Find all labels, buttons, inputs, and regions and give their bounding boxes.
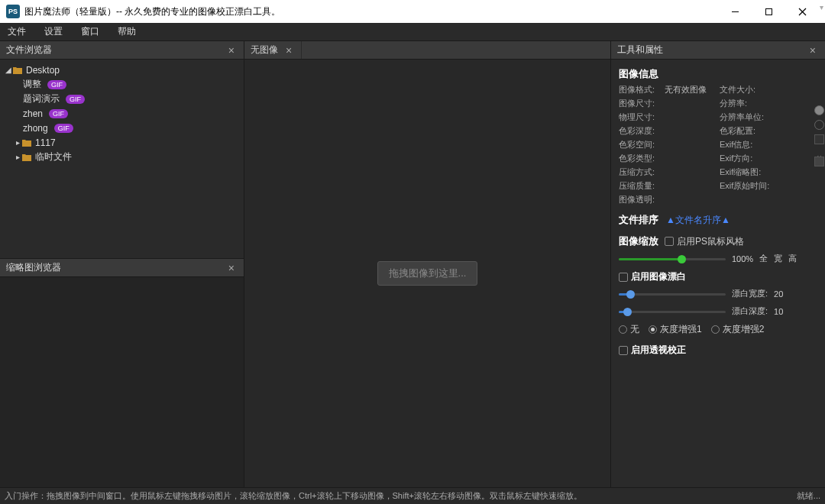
file-browser-close-icon[interactable]: × — [225, 44, 238, 57]
file-browser-header: 文件浏览器 × — [0, 41, 244, 60]
tree-folder-item[interactable]: ▸临时文件 — [0, 150, 244, 164]
folder-icon — [21, 138, 32, 147]
zoom-slider[interactable] — [619, 254, 726, 263]
radio-gray2[interactable]: 灰度增强2 — [711, 323, 765, 336]
thumb-browser-body — [0, 277, 244, 487]
thumb-browser-close-icon[interactable]: × — [225, 262, 238, 274]
chevron-right-icon[interactable]: ▸ — [14, 153, 21, 161]
tree-item[interactable]: 题词演示GIF — [0, 92, 244, 106]
menu-file[interactable]: 文件 — [8, 25, 26, 38]
checkbox-icon — [619, 346, 628, 355]
zoom-fit-width[interactable]: 宽 — [774, 253, 782, 264]
status-ready: 就绪... — [797, 490, 820, 502]
edge-square[interactable] — [814, 134, 824, 144]
tab-close-icon[interactable]: × — [283, 44, 295, 57]
minimize-button[interactable] — [718, 0, 752, 23]
tools-close-icon[interactable]: × — [807, 44, 819, 57]
file-browser-title: 文件浏览器 — [6, 44, 225, 57]
menu-settings[interactable]: 设置 — [44, 25, 63, 38]
tree-item[interactable]: 调整GIF — [0, 77, 244, 92]
tab-label: 无图像 — [251, 44, 278, 57]
checkbox-icon — [665, 237, 674, 246]
canvas-area[interactable]: 拖拽图像到这里... — [244, 60, 610, 487]
tools-title: 工具和属性 — [617, 44, 807, 57]
titlebar: PS 图片魔法师（轻量版）-- 永久免费的专业的图像校正漂白工具。 — [0, 0, 825, 23]
window-title: 图片魔法师（轻量版）-- 永久免费的专业的图像校正漂白工具。 — [24, 5, 280, 18]
radio-none[interactable]: 无 — [619, 323, 639, 336]
zoom-fit-all[interactable]: 全 — [759, 253, 768, 264]
app-icon: PS — [6, 5, 20, 18]
bleach-width-slider[interactable] — [619, 289, 726, 299]
gif-badge: GIF — [49, 109, 68, 118]
chevron-down-icon[interactable]: ◢ — [5, 66, 12, 74]
menu-help[interactable]: 帮助 — [118, 25, 136, 38]
bleach-checkbox[interactable]: 启用图像漂白 — [619, 270, 825, 283]
zoom-title: 图像缩放 — [619, 234, 658, 248]
thumb-browser-title: 缩略图浏览器 — [6, 261, 225, 274]
tree-root-label: Desktop — [26, 65, 60, 76]
right-edge-toggles: 校英 — [813, 105, 825, 166]
gif-badge: GIF — [54, 124, 73, 133]
thumb-browser-header: 缩略图浏览器 × — [0, 259, 244, 277]
ps-mouse-checkbox[interactable]: 启用PS鼠标风格 — [665, 235, 744, 248]
file-tree[interactable]: ◢ Desktop 调整GIF 题词演示GIF zhenGIF zhongGIF… — [0, 60, 244, 258]
tools-header: 工具和属性 × — [611, 41, 825, 60]
zoom-percent: 100% — [732, 254, 753, 263]
image-info-grid: 图像格式:无有效图像文件大小: 图像尺寸:分辨率: 物理尺寸:分辨率单位: 色彩… — [619, 84, 825, 205]
close-button[interactable] — [785, 0, 819, 23]
edge-radio-1[interactable] — [814, 105, 824, 115]
perspective-checkbox[interactable]: 启用透视校正 — [619, 344, 825, 357]
bleach-depth-slider[interactable] — [619, 307, 726, 316]
folder-icon — [12, 66, 23, 75]
folder-icon — [21, 153, 32, 162]
radio-gray1[interactable]: 灰度增强1 — [649, 323, 702, 336]
tab-no-image[interactable]: 无图像 × — [244, 41, 302, 59]
checkbox-icon — [619, 273, 628, 282]
chevron-right-icon[interactable]: ▸ — [14, 138, 21, 147]
sort-title: 文件排序 — [619, 213, 658, 227]
gif-badge: GIF — [66, 95, 85, 104]
menu-window[interactable]: 窗口 — [81, 25, 99, 38]
tree-folder-item[interactable]: ▸1117 — [0, 135, 244, 150]
drop-hint: 拖拽图像到这里... — [377, 261, 478, 286]
sort-link[interactable]: ▲文件名升序▲ — [666, 214, 730, 227]
tree-item[interactable]: zhongGIF — [0, 121, 244, 135]
zoom-fit-height[interactable]: 高 — [788, 253, 797, 264]
tree-item[interactable]: zhenGIF — [0, 106, 244, 121]
image-info-title: 图像信息 — [619, 67, 825, 81]
status-help: 入门操作：拖拽图像到中间窗口。使用鼠标左键拖拽移动图片，滚轮缩放图像，Ctrl+… — [5, 490, 797, 502]
edge-radio-2[interactable] — [814, 120, 824, 130]
maximize-button[interactable] — [752, 0, 785, 23]
edge-square-2[interactable] — [814, 157, 824, 166]
menubar: 文件 设置 窗口 帮助 — [0, 23, 825, 41]
center-tabs: 无图像 × ▾ — [244, 41, 610, 60]
statusbar: 入门操作：拖拽图像到中间窗口。使用鼠标左键拖拽移动图片，滚轮缩放图像，Ctrl+… — [0, 487, 825, 504]
gif-badge: GIF — [47, 80, 66, 89]
svg-rect-1 — [765, 8, 772, 15]
tree-root[interactable]: ◢ Desktop — [0, 63, 244, 77]
